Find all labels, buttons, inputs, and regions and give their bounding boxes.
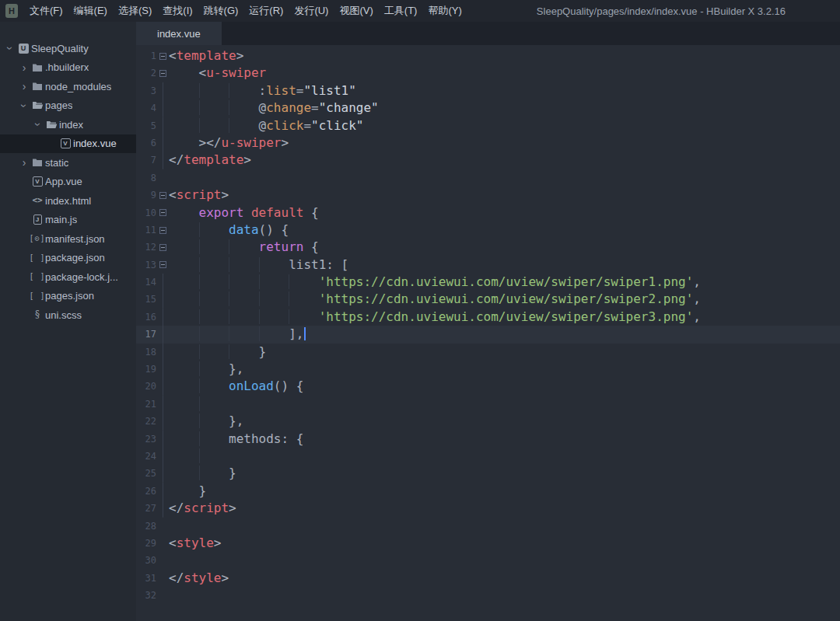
code-line-10[interactable]: 10 export default { — [136, 204, 840, 222]
menu-item-file[interactable]: 文件(F) — [24, 0, 68, 22]
line-number: 20 — [136, 378, 156, 395]
fold-marker-cell[interactable] — [156, 204, 169, 222]
fold-collapse-icon[interactable] — [159, 70, 166, 77]
code-line-23[interactable]: 23 methods: { — [136, 431, 840, 448]
chevron-down-icon[interactable]: › — [33, 119, 44, 130]
code-line-24[interactable]: 24 — [136, 448, 840, 465]
tree-item-package-json[interactable]: [ ]package.json — [0, 249, 136, 268]
code-line-14[interactable]: 14 'https://cdn.uviewui.com/uview/swiper… — [136, 274, 840, 291]
code-line-19[interactable]: 19 }, — [136, 361, 840, 378]
menu-item-find[interactable]: 查找(I) — [157, 0, 198, 22]
code-line-31[interactable]: 31</style> — [136, 570, 840, 587]
code-line-25[interactable]: 25 } — [136, 465, 840, 482]
code-line-18[interactable]: 18 } — [136, 344, 840, 361]
indent-guide — [199, 222, 229, 237]
fold-marker-cell[interactable] — [156, 187, 169, 204]
fold-marker-cell[interactable] — [156, 47, 169, 65]
code-line-15[interactable]: 15 'https://cdn.uviewui.com/uview/swiper… — [136, 291, 840, 308]
tab-label: index.vue — [157, 28, 201, 40]
code-line-13[interactable]: 13 list1: [ — [136, 256, 840, 274]
menu-item-publish[interactable]: 发行(U) — [289, 0, 334, 22]
code-line-7[interactable]: 7</template> — [136, 152, 840, 169]
code-line-4[interactable]: 4 @change="change" — [136, 99, 840, 117]
menu-item-goto[interactable]: 跳转(G) — [198, 0, 244, 22]
fold-marker-cell[interactable] — [156, 65, 169, 82]
fold-gutter-cell — [156, 535, 169, 552]
code-line-8[interactable]: 8 — [136, 169, 840, 187]
menu-item-help[interactable]: 帮助(Y) — [422, 0, 467, 22]
code-line-2[interactable]: 2 <u-swiper — [136, 65, 840, 82]
chevron-down-icon[interactable]: › — [19, 100, 30, 111]
tree-item-pages[interactable]: ›pages — [0, 96, 136, 116]
menu-bar: 文件(F)编辑(E)选择(S)查找(I)跳转(G)运行(R)发行(U)视图(V)… — [24, 0, 467, 22]
tree-item-pages-json[interactable]: [ ]pages.json — [0, 287, 136, 306]
fold-collapse-icon[interactable] — [159, 244, 166, 251]
indent-guide — [259, 309, 289, 324]
js-glyph: J — [33, 215, 42, 225]
token-plain: }, — [229, 361, 243, 376]
code-line-5[interactable]: 5 @click="click" — [136, 117, 840, 134]
tree-item-label: uni.scss — [45, 309, 82, 321]
fold-marker-cell[interactable] — [156, 239, 169, 256]
code-line-21[interactable]: 21 — [136, 396, 840, 413]
tree-item-main-js[interactable]: Jmain.js — [0, 211, 136, 230]
fold-collapse-icon[interactable] — [159, 53, 166, 60]
tree-item-uni-scss[interactable]: §uni.scss — [0, 305, 136, 325]
code-line-3[interactable]: 3 :list="list1" — [136, 82, 840, 99]
code-line-26[interactable]: 26 } — [136, 483, 840, 500]
tree-item-sleepquality[interactable]: ›USleepQuality — [0, 39, 136, 58]
tree-item-static[interactable]: ›static — [0, 153, 136, 173]
code-line-27[interactable]: 27</script> — [136, 500, 840, 517]
code-line-32[interactable]: 32 — [136, 587, 840, 604]
menu-item-view[interactable]: 视图(V) — [334, 0, 378, 22]
tree-item-node-modules[interactable]: ›node_modules — [0, 77, 136, 96]
line-number: 3 — [136, 82, 156, 99]
tree-item-hbuilderx[interactable]: ›.hbuilderx — [0, 58, 136, 78]
token-str: 'https://cdn.uviewui.com/uview/swiper/sw… — [319, 291, 694, 306]
code-line-16[interactable]: 16 'https://cdn.uviewui.com/uview/swiper… — [136, 309, 840, 326]
fold-marker-cell[interactable] — [156, 222, 169, 239]
fold-collapse-icon[interactable] — [159, 261, 166, 268]
tree-item-package-lock[interactable]: [ ]package-lock.j... — [0, 267, 136, 287]
indent-guide — [289, 309, 319, 324]
tree-item-index-vue[interactable]: Vindex.vue — [0, 134, 136, 154]
menu-item-run[interactable]: 运行(R) — [243, 0, 289, 22]
indent-space — [169, 83, 199, 98]
scss-glyph: § — [35, 310, 40, 319]
tab-index-vue[interactable]: index.vue — [136, 22, 222, 45]
code-line-11[interactable]: 11 data() { — [136, 222, 840, 239]
line-number: 16 — [136, 309, 156, 326]
code-line-30[interactable]: 30 — [136, 552, 840, 569]
indent-space — [169, 483, 199, 498]
code-line-12[interactable]: 12 return { — [136, 239, 840, 256]
code-line-6[interactable]: 6 ></u-swiper> — [136, 134, 840, 152]
code-text: onLoad() { — [169, 378, 840, 395]
code-editor[interactable]: 1<template>2 <u-swiper3 :list="list1"4 @… — [136, 45, 840, 621]
code-line-17[interactable]: 17 ], — [136, 326, 840, 343]
chevron-right-icon[interactable]: › — [19, 62, 30, 73]
tree-item-index-html[interactable]: <>index.html — [0, 191, 136, 211]
chevron-right-icon[interactable]: › — [19, 81, 30, 92]
code-line-22[interactable]: 22 }, — [136, 413, 840, 430]
chevron-down-icon[interactable]: › — [5, 43, 16, 54]
fold-collapse-icon[interactable] — [159, 209, 166, 216]
window-title: SleepQuality/pages/index/index.vue - HBu… — [537, 5, 786, 17]
fold-collapse-icon[interactable] — [159, 227, 166, 234]
menu-item-select[interactable]: 选择(S) — [113, 0, 157, 22]
code-line-28[interactable]: 28 — [136, 518, 840, 535]
code-line-29[interactable]: 29<style> — [136, 535, 840, 552]
menu-item-tools[interactable]: 工具(T) — [379, 0, 423, 22]
tree-item-index[interactable]: ›index — [0, 115, 136, 134]
code-line-20[interactable]: 20 onLoad() { — [136, 378, 840, 395]
tree-item-app-vue[interactable]: VApp.vue — [0, 173, 136, 192]
tree-item-manifest-json[interactable]: [⊙]manifest.json — [0, 229, 136, 249]
code-line-1[interactable]: 1<template> — [136, 47, 840, 65]
code-line-9[interactable]: 9<script> — [136, 187, 840, 204]
chevron-right-icon[interactable]: › — [19, 157, 30, 168]
menu-item-edit[interactable]: 编辑(E) — [68, 0, 113, 22]
line-number: 9 — [136, 187, 156, 204]
json-glyph: [ ] — [29, 253, 45, 263]
json-glyph: [ ] — [29, 291, 45, 301]
fold-collapse-icon[interactable] — [159, 192, 166, 199]
fold-marker-cell[interactable] — [156, 256, 169, 274]
